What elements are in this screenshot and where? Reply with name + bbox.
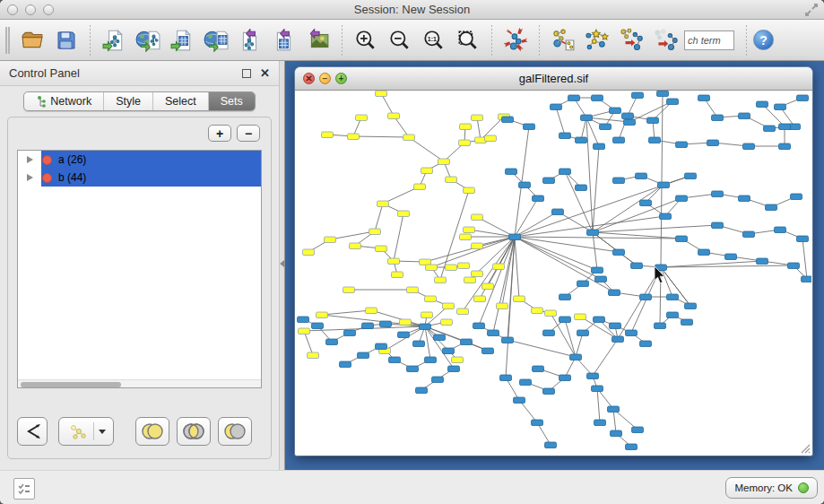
graph-node	[611, 430, 622, 437]
set-row-b[interactable]: b (44)	[18, 169, 261, 187]
zoom-1-1-button[interactable]: 1:1	[417, 24, 451, 56]
control-panel-header: Control Panel ✕	[0, 61, 279, 86]
graph-node	[775, 227, 786, 233]
graph-node	[610, 323, 621, 329]
graph-node	[446, 265, 457, 271]
maximize-network-button[interactable]: +	[335, 73, 347, 84]
zoom-selected-region-button[interactable]	[451, 24, 485, 56]
chevron-down-icon	[99, 429, 106, 434]
graph-node	[608, 406, 620, 413]
graph-node	[600, 124, 611, 130]
network-window[interactable]: ✕ − + galFiltered.sif	[295, 67, 812, 456]
help-button[interactable]: ?	[753, 30, 774, 50]
tab-style[interactable]: Style	[104, 92, 153, 110]
graph-node	[545, 442, 557, 448]
open-session-button[interactable]	[15, 24, 49, 56]
float-panel-icon[interactable]	[242, 69, 251, 78]
memory-status-button[interactable]: Memory: OK	[725, 477, 818, 499]
graph-node	[570, 354, 582, 361]
tab-sets[interactable]: Sets	[209, 92, 255, 110]
split-sets-button[interactable]	[17, 417, 48, 446]
set-color-dot	[42, 155, 52, 165]
graph-node	[502, 117, 514, 123]
graph-node	[712, 222, 724, 229]
graph-node	[667, 99, 679, 105]
graph-node	[559, 294, 571, 300]
new-network-from-selection-icon	[551, 28, 576, 53]
toolbar-separator	[539, 25, 540, 56]
hide-selection-button[interactable]	[614, 24, 648, 56]
panel-splitter[interactable]	[279, 61, 285, 470]
main-area: Control Panel ✕ Network Style Select Set…	[0, 61, 824, 470]
zoom-selected-region-icon	[456, 29, 480, 52]
fullscreen-icon[interactable]	[804, 3, 819, 17]
union-button[interactable]	[135, 417, 169, 446]
graph-node	[712, 115, 724, 121]
graph-node	[488, 330, 499, 336]
export-image-button[interactable]	[301, 24, 335, 56]
minimize-network-button[interactable]: −	[319, 73, 331, 84]
network-canvas[interactable]	[296, 91, 811, 455]
difference-button[interactable]	[218, 417, 252, 446]
zoom-out-button[interactable]	[383, 24, 417, 56]
graph-node	[474, 296, 486, 302]
close-panel-icon[interactable]: ✕	[260, 67, 270, 79]
graph-node	[376, 246, 387, 252]
export-network-icon	[239, 29, 262, 52]
import-table-web-button[interactable]	[199, 24, 233, 56]
tab-sets-label: Sets	[221, 95, 243, 108]
horizontal-scrollbar[interactable]	[18, 379, 261, 387]
toolbar-drag-handle[interactable]	[5, 27, 10, 54]
export-network-button[interactable]	[233, 24, 267, 56]
import-network-file-button[interactable]	[97, 24, 131, 56]
set-row-a[interactable]: a (26)	[18, 151, 261, 169]
network-canvas-svg[interactable]	[296, 91, 811, 455]
task-history-button[interactable]	[13, 478, 35, 500]
resize-grip-icon[interactable]	[798, 441, 811, 454]
graph-node	[647, 117, 659, 124]
sets-list[interactable]: a (26) b (44)	[17, 150, 262, 388]
search-input[interactable]	[684, 30, 734, 50]
graph-node	[764, 126, 776, 132]
new-network-from-selection-button[interactable]	[546, 24, 580, 56]
tab-select[interactable]: Select	[153, 92, 209, 110]
intersection-button[interactable]	[177, 417, 211, 446]
zoom-in-icon	[354, 29, 377, 52]
show-all-button[interactable]	[648, 24, 682, 56]
disclosure-triangle-icon[interactable]	[27, 174, 33, 181]
tab-network[interactable]: Network	[24, 92, 104, 110]
graph-node	[413, 341, 425, 347]
export-table-button[interactable]	[267, 24, 301, 56]
save-session-button[interactable]	[49, 24, 83, 56]
graph-node	[707, 140, 719, 146]
tab-network-label: Network	[50, 95, 91, 108]
scrollbar-thumb[interactable]	[21, 382, 121, 387]
import-network-web-button[interactable]	[131, 24, 165, 56]
graph-node	[610, 108, 621, 114]
import-table-file-button[interactable]	[165, 24, 199, 56]
graph-node	[458, 263, 470, 269]
save-icon	[56, 30, 77, 51]
close-network-button[interactable]: ✕	[303, 73, 315, 84]
disclosure-triangle-icon[interactable]	[27, 156, 33, 163]
add-set-button[interactable]: +	[208, 125, 231, 142]
graph-node	[681, 319, 693, 326]
graph-node	[788, 263, 800, 269]
create-set-from-network-icon	[67, 423, 89, 439]
create-set-from-network-button[interactable]	[58, 417, 114, 446]
graph-node	[757, 258, 768, 265]
import-network-file-icon	[102, 29, 126, 52]
apply-layout-button[interactable]	[499, 24, 533, 56]
zoom-in-button[interactable]	[349, 24, 383, 56]
graph-node	[472, 214, 483, 221]
first-neighbors-button[interactable]	[580, 24, 614, 56]
network-window-titlebar[interactable]: ✕ − + galFiltered.sif	[295, 67, 812, 91]
remove-set-button[interactable]: −	[237, 125, 260, 142]
tab-style-label: Style	[116, 95, 141, 108]
collapse-arrow-icon[interactable]	[280, 260, 284, 267]
graph-node	[326, 339, 338, 345]
graph-node	[568, 95, 580, 101]
zoom-1-1-icon: 1:1	[422, 29, 446, 52]
open-folder-icon	[21, 29, 44, 52]
graph-node	[519, 182, 531, 188]
